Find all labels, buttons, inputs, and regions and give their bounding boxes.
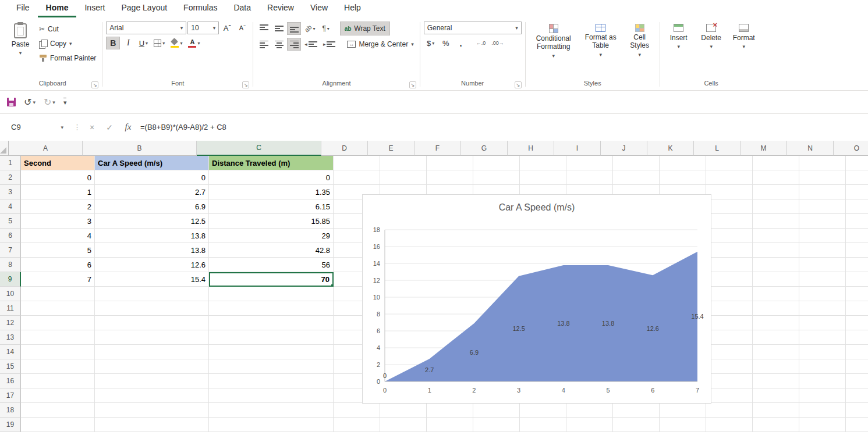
tab-page-layout[interactable]: Page Layout	[113, 0, 175, 17]
cell-C2[interactable]: 0	[209, 170, 334, 185]
cell-C12[interactable]	[209, 316, 334, 330]
cell-M15[interactable]	[753, 359, 799, 374]
cell-A6[interactable]: 4	[21, 229, 95, 243]
cell-E19[interactable]	[380, 418, 427, 432]
fill-color-button[interactable]: ▾	[168, 37, 185, 49]
paste-button[interactable]: Paste ▾	[6, 22, 34, 58]
cell-A8[interactable]: 6	[21, 258, 95, 272]
cell-J2[interactable]	[613, 170, 660, 185]
bold-button[interactable]: B	[106, 37, 120, 49]
cell-L12[interactable]	[706, 316, 753, 330]
cell-L13[interactable]	[706, 330, 753, 345]
cell-F19[interactable]	[427, 418, 473, 432]
cell-C5[interactable]: 15.85	[209, 214, 334, 229]
cell-C18[interactable]	[209, 403, 334, 418]
borders-button[interactable]: ▾	[151, 37, 167, 49]
cell-L7[interactable]	[706, 243, 753, 258]
cut-button[interactable]: ✂ Cut	[37, 23, 98, 35]
cell-L2[interactable]	[706, 170, 753, 185]
cell-L9[interactable]	[706, 272, 753, 287]
cell-N19[interactable]	[799, 418, 846, 432]
cell-N13[interactable]	[799, 330, 846, 345]
cell-H18[interactable]	[520, 403, 566, 418]
cell-D1[interactable]	[334, 156, 380, 170]
cell-M4[interactable]	[753, 199, 799, 214]
cell-A12[interactable]	[21, 316, 95, 330]
cell-G18[interactable]	[473, 403, 520, 418]
col-header-D[interactable]: D	[321, 141, 368, 156]
cell-A10[interactable]	[21, 287, 95, 301]
cell-N4[interactable]	[799, 199, 846, 214]
align-center-button[interactable]	[272, 38, 286, 51]
cell-I18[interactable]	[566, 403, 613, 418]
font-size-combo[interactable]: 10 ▾	[187, 22, 219, 34]
cell-N7[interactable]	[799, 243, 846, 258]
alignment-dialog-launcher-icon[interactable]: ↘	[409, 81, 416, 88]
cell-O10[interactable]	[846, 287, 868, 301]
cell-O1[interactable]	[846, 156, 868, 170]
cell-L10[interactable]	[706, 287, 753, 301]
row-header-10[interactable]: 10	[0, 287, 21, 301]
cell-C1[interactable]: Distance Traveled (m)	[209, 156, 334, 170]
increase-decimal-button[interactable]: ←.0	[474, 37, 488, 49]
tab-data[interactable]: Data	[225, 0, 259, 17]
cell-O2[interactable]	[846, 170, 868, 185]
copy-button[interactable]: Copy ▾	[37, 37, 98, 50]
insert-cells-button[interactable]: Insert ▾	[664, 22, 694, 52]
cell-C15[interactable]	[209, 359, 334, 374]
cell-A5[interactable]: 3	[21, 214, 95, 229]
cell-M9[interactable]	[753, 272, 799, 287]
area-series[interactable]	[385, 252, 697, 381]
formula-input[interactable]: =(B8+B9)*(A9-A8)/2 + C8	[140, 123, 226, 131]
cell-A16[interactable]	[21, 374, 95, 388]
col-header-H[interactable]: H	[508, 141, 554, 156]
cell-L4[interactable]	[706, 199, 753, 214]
row-header-16[interactable]: 16	[0, 374, 21, 388]
col-header-E[interactable]: E	[368, 141, 414, 156]
row-header-11[interactable]: 11	[0, 301, 21, 316]
row-header-6[interactable]: 6	[0, 229, 21, 243]
cell-M1[interactable]	[753, 156, 799, 170]
italic-button[interactable]: I	[121, 37, 135, 49]
cell-M6[interactable]	[753, 229, 799, 243]
cell-J18[interactable]	[613, 403, 660, 418]
cell-B10[interactable]	[95, 287, 209, 301]
cell-B18[interactable]	[95, 403, 209, 418]
cell-O3[interactable]	[846, 185, 868, 199]
font-family-combo[interactable]: Arial ▾	[106, 22, 186, 34]
cell-M3[interactable]	[753, 185, 799, 199]
cell-B17[interactable]	[95, 388, 209, 403]
cell-N18[interactable]	[799, 403, 846, 418]
number-format-combo[interactable]: General ▾	[424, 22, 522, 34]
tab-review[interactable]: Review	[259, 0, 302, 17]
cell-F18[interactable]	[427, 403, 473, 418]
cell-N12[interactable]	[799, 316, 846, 330]
col-header-I[interactable]: I	[554, 141, 601, 156]
col-header-O[interactable]: O	[834, 141, 868, 156]
cell-O17[interactable]	[846, 388, 868, 403]
cell-K19[interactable]	[660, 418, 706, 432]
row-header-8[interactable]: 8	[0, 258, 21, 272]
cell-C11[interactable]	[209, 301, 334, 316]
cell-A4[interactable]: 2	[21, 199, 95, 214]
cell-N15[interactable]	[799, 359, 846, 374]
cell-A18[interactable]	[21, 403, 95, 418]
cell-O18[interactable]	[846, 403, 868, 418]
row-header-9[interactable]: 9	[0, 272, 21, 287]
col-header-G[interactable]: G	[461, 141, 508, 156]
cell-H19[interactable]	[520, 418, 566, 432]
cell-L5[interactable]	[706, 214, 753, 229]
underline-button[interactable]: U ▾	[136, 37, 150, 49]
select-all-corner[interactable]	[0, 141, 9, 156]
conditional-formatting-button[interactable]: Conditional Formatting ▾	[529, 22, 578, 61]
cell-I19[interactable]	[566, 418, 613, 432]
cell-B8[interactable]: 12.6	[95, 258, 209, 272]
cell-B7[interactable]: 13.8	[95, 243, 209, 258]
col-header-B[interactable]: B	[83, 141, 197, 156]
cell-B19[interactable]	[95, 418, 209, 432]
cell-L17[interactable]	[706, 388, 753, 403]
cell-M11[interactable]	[753, 301, 799, 316]
increase-font-size-button[interactable]: Aˆ	[220, 22, 234, 34]
cell-M10[interactable]	[753, 287, 799, 301]
cell-C14[interactable]	[209, 345, 334, 359]
